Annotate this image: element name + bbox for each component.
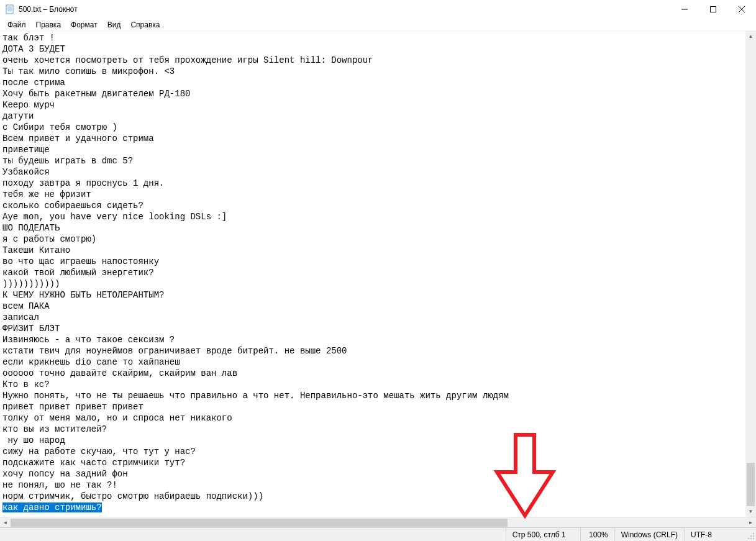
text-line: очень хочется посмотреть от тебя прохожд… <box>2 55 754 66</box>
text-line: во что щас играешь напостоянку <box>2 256 754 267</box>
text-line: ШО ПОДЕЛАТЬ <box>2 222 754 234</box>
text-line: не понял, шо не так ?! <box>2 480 754 491</box>
notepad-icon <box>5 4 15 14</box>
menubar: Файл Правка Формат Вид Справка <box>0 19 756 31</box>
svg-point-13 <box>750 538 752 539</box>
scroll-right-icon[interactable]: ► <box>745 517 756 528</box>
vertical-scrollbar[interactable]: ▲ ▼ <box>745 31 756 517</box>
text-line: так блэт ! <box>2 32 754 43</box>
hscroll-thumb[interactable] <box>11 519 508 527</box>
vscroll-track[interactable] <box>745 42 756 506</box>
scroll-left-icon[interactable]: ◄ <box>0 517 11 528</box>
text-line: Узбакойся <box>2 166 754 178</box>
text-line: Keepo мурч <box>2 99 754 111</box>
svg-point-9 <box>753 533 754 534</box>
menu-view[interactable]: Вид <box>102 19 126 30</box>
text-line-selected: как давно стримишь? <box>2 502 754 513</box>
text-line: ))))))))))) <box>2 278 754 289</box>
text-line: Кто в кс? <box>2 379 754 390</box>
status-spacer <box>0 528 506 541</box>
text-line: толку от меня мало, но и спроса нет ника… <box>2 412 754 424</box>
text-line: оооооо точно давайте скайрим, скайрим ва… <box>2 368 754 379</box>
close-button[interactable] <box>727 0 756 19</box>
text-line: датути <box>2 111 754 122</box>
text-line: записал <box>2 312 754 323</box>
text-line: Всем привет и удачного стрима <box>2 133 754 144</box>
status-line-ending: Windows (CRLF) <box>614 528 684 541</box>
text-line: кто вы из мстителей? <box>2 424 754 435</box>
text-line: походу завтра я проснусь 1 дня. <box>2 178 754 189</box>
text-line: ты будешь играть в dmc 5? <box>2 155 754 166</box>
text-line: Такеши Китано <box>2 245 754 256</box>
horizontal-scrollbar[interactable]: ◄ ► <box>0 517 756 527</box>
menu-help[interactable]: Справка <box>125 19 165 30</box>
hscroll-track[interactable] <box>11 517 745 527</box>
minimize-button[interactable] <box>670 0 699 19</box>
status-encoding: UTF-8 <box>684 528 746 541</box>
window-controls <box>670 0 756 19</box>
text-line: с Сибири тебя смотрю ) <box>2 122 754 133</box>
scroll-up-icon[interactable]: ▲ <box>745 31 756 42</box>
text-line: ФРИЗИТ БЛЭТ <box>2 323 754 334</box>
svg-point-11 <box>750 535 752 537</box>
text-line: Извиняюсь - а что такое сексизм ? <box>2 334 754 345</box>
text-line: я с работы смотрю) <box>2 234 754 245</box>
text-line: после стрима <box>2 77 754 88</box>
text-line: хочу попсу на задний фон <box>2 468 754 480</box>
text-line: всем ПАКА <box>2 301 754 312</box>
menu-format[interactable]: Формат <box>66 19 102 30</box>
text-line: кстати твич для ноунеймов ограничивает в… <box>2 345 754 357</box>
maximize-button[interactable] <box>699 0 727 19</box>
svg-rect-6 <box>711 7 716 12</box>
vscroll-thumb[interactable] <box>747 463 755 506</box>
statusbar: Стр 500, стлб 1 100% Windows (CRLF) UTF-… <box>0 527 756 541</box>
text-line: Нужно понять, что не ты решаешь что прав… <box>2 390 754 401</box>
text-line: ДОТА 3 БУДЕТ <box>2 43 754 55</box>
resize-grip-icon[interactable] <box>746 528 756 541</box>
text-line: норм стримчик, быстро смотрю набираешь п… <box>2 491 754 502</box>
status-position: Стр 500, стлб 1 <box>506 528 580 541</box>
window-title: 500.txt – Блокнот <box>19 5 670 14</box>
svg-point-12 <box>753 538 754 539</box>
text-line: привет привет привет привет <box>2 401 754 412</box>
text-line: какой твой любимый энергетик? <box>2 267 754 278</box>
text-line: Хочу быть ракетным двигателем РД-180 <box>2 88 754 99</box>
svg-point-10 <box>753 535 754 537</box>
text-line: Ты так мило сопишь в микрофон. <3 <box>2 66 754 77</box>
text-line: Aye mon, you have very nice looking DSLs… <box>2 211 754 222</box>
text-line: К ЧЕМУ НУЖНО БЫТЬ НЕТОЛЕРАНТЫМ? <box>2 289 754 301</box>
editor-wrapper: так блэт !ДОТА 3 БУДЕТочень хочется посм… <box>0 31 756 527</box>
svg-point-14 <box>748 538 749 539</box>
text-line: ну шо народ <box>2 435 754 446</box>
text-line: сижу на работе скучаю, что тут у нас? <box>2 446 754 457</box>
status-zoom: 100% <box>580 528 614 541</box>
menu-edit[interactable]: Правка <box>31 19 66 30</box>
text-line: приветище <box>2 144 754 155</box>
text-line: тебя же не фризит <box>2 189 754 200</box>
scroll-down-icon[interactable]: ▼ <box>745 506 756 517</box>
text-line: подскажите как часто стримчики тут? <box>2 457 754 468</box>
text-editor[interactable]: так блэт !ДОТА 3 БУДЕТочень хочется посм… <box>0 31 756 517</box>
titlebar: 500.txt – Блокнот <box>0 0 756 19</box>
menu-file[interactable]: Файл <box>2 19 31 30</box>
text-line: сколько собираешься сидеть? <box>2 200 754 211</box>
text-line: если крикнешь dio cane то хайпанеш <box>2 357 754 368</box>
